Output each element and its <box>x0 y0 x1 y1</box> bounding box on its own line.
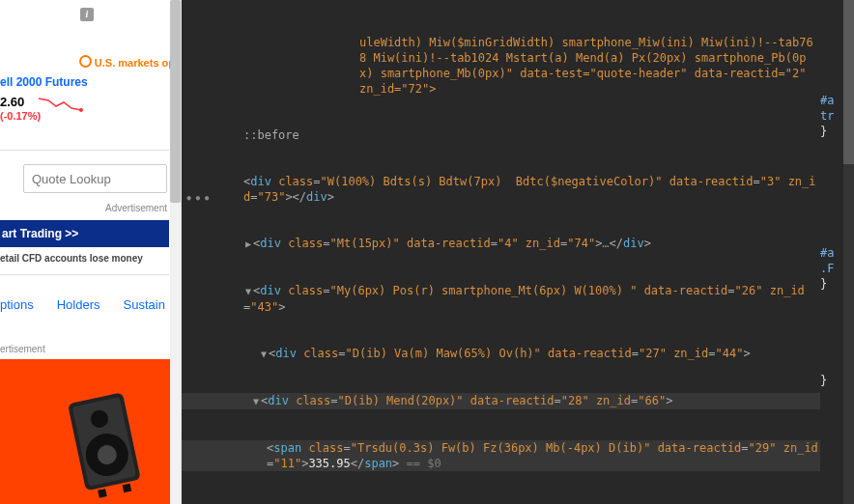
ad-label: Advertisement <box>105 203 167 213</box>
sparkline-chart <box>39 93 85 120</box>
ad-label: ertisement <box>0 344 45 354</box>
divider <box>0 150 169 151</box>
tab-options[interactable]: ptions <box>0 297 34 312</box>
collapse-icon[interactable]: ▼ <box>243 284 253 299</box>
svg-rect-6 <box>98 489 106 497</box>
ticker-change: (-0.17%) <box>0 110 41 122</box>
cfd-warning: etail CFD accounts lose money <box>0 253 169 264</box>
code-line[interactable]: ▼<div class="D(ib) Va(m) Maw(65%) Ov(h)"… <box>205 346 819 362</box>
code-line-selected[interactable]: ▼<div class="D(ib) Mend(20px)" data-reac… <box>182 393 854 409</box>
code-line[interactable]: uleWidth) Miw($minGridWidth) smartphone_… <box>205 35 819 97</box>
css-prop[interactable]: .F <box>820 261 843 276</box>
svg-point-0 <box>79 108 83 112</box>
dom-tree[interactable]: uleWidth) Miw($minGridWidth) smartphone_… <box>205 4 819 504</box>
ticker-price: 2.60 <box>0 95 24 109</box>
scrollbar[interactable] <box>843 0 854 504</box>
gutter: ••• <box>182 0 205 504</box>
css-selector[interactable]: #a <box>820 245 843 261</box>
svg-rect-7 <box>123 484 131 492</box>
css-brace: } <box>820 373 843 388</box>
pseudo-before: ::before <box>205 127 819 143</box>
scrollbar-thumb[interactable] <box>170 0 181 203</box>
css-selector[interactable]: #a <box>820 93 843 108</box>
info-icon[interactable]: i <box>80 8 94 21</box>
collapse-icon[interactable]: ▼ <box>251 394 261 409</box>
css-prop[interactable]: tr <box>820 108 843 124</box>
code-line-selected[interactable]: <span class="Trsdu(0.3s) Fw(b) Fz(36px) … <box>182 440 854 471</box>
scrollbar[interactable] <box>170 0 181 504</box>
market-status: U.S. markets op <box>79 54 175 69</box>
divider <box>0 274 169 275</box>
start-trading-button[interactable]: art Trading >> <box>0 220 169 247</box>
css-brace: } <box>820 124 843 139</box>
speaker-image <box>46 377 175 504</box>
ticker-name-link[interactable]: ell 2000 Futures <box>0 75 88 89</box>
code-line[interactable]: ▼<div class="My(6px) Pos(r) smartphone_M… <box>205 283 819 315</box>
sub-nav-tabs: ptions Holders Sustain <box>0 297 169 312</box>
devtools-elements-panel[interactable]: ••• uleWidth) Miw($minGridWidth) smartph… <box>182 0 854 504</box>
styles-sidebar[interactable]: #a tr } #a .F } } <box>820 0 843 504</box>
tab-sustainability[interactable]: Sustain <box>124 297 165 312</box>
css-brace: } <box>820 276 843 292</box>
code-line[interactable]: ▶<div class="Mt(15px)" data-reactid="4" … <box>205 236 819 252</box>
code-line[interactable]: <div class="W(100%) Bdts(s) Bdtw(7px) Bd… <box>205 174 819 205</box>
tab-holders[interactable]: Holders <box>57 297 100 312</box>
page-left-panel: i U.S. markets op ell 2000 Futures 2.60 … <box>0 0 182 504</box>
scrollbar-thumb[interactable] <box>843 0 854 164</box>
collapse-icon[interactable]: ▼ <box>259 347 269 362</box>
quote-lookup-input[interactable] <box>23 164 167 193</box>
expand-icon[interactable]: ▶ <box>243 237 253 252</box>
display-ad[interactable] <box>0 359 182 504</box>
